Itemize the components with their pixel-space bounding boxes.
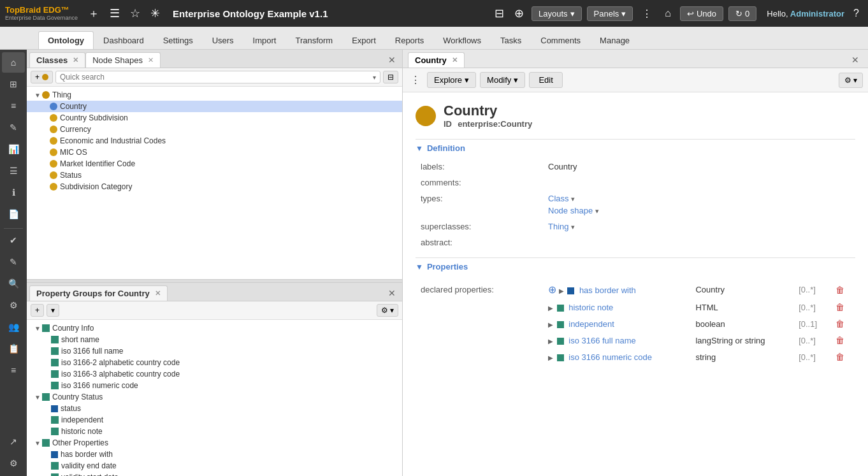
tab-workflows[interactable]: Workflows [433, 31, 491, 49]
thing-toggle[interactable]: ▼ [34, 92, 42, 99]
tree-item-iso-3166-2[interactable]: iso 3166-2 alphabetic country code [27, 357, 402, 368]
sidebar-icon-share[interactable]: ↗ [2, 431, 25, 452]
tree-item-iso-3166-num[interactable]: iso 3166 numeric code [27, 380, 402, 391]
search-dropdown-btn[interactable]: ▾ [373, 74, 376, 81]
star-button[interactable]: ☆ [127, 5, 143, 22]
tree-item-status[interactable]: Status [27, 169, 402, 181]
undo-button[interactable]: ↩ Undo [680, 6, 723, 21]
other-props-toggle[interactable]: ▼ [34, 440, 42, 447]
add-button[interactable]: ＋ [85, 4, 102, 22]
pin-button[interactable]: ✳ [148, 5, 163, 22]
classes-tab[interactable]: Classes ✕ [29, 52, 85, 68]
expand-icon-5[interactable]: ▶ [548, 354, 553, 361]
tree-item-market-id[interactable]: Market Identifier Code [27, 158, 402, 169]
historic-note-delete[interactable]: 🗑 [835, 302, 844, 312]
sidebar-icon-users[interactable]: 👥 [2, 317, 25, 337]
sidebar-icon-grid[interactable]: ⊞ [2, 74, 25, 94]
right-kebab-button[interactable]: ⋮ [408, 73, 423, 87]
property-groups-tab[interactable]: Property Groups for Country ✕ [29, 285, 168, 301]
definition-section-header[interactable]: ▼ Definition [416, 139, 855, 157]
tree-item-country-status[interactable]: ▼ Country Status [27, 391, 402, 403]
thing-dropdown-arrow[interactable]: ▾ [571, 223, 575, 231]
country-info-toggle[interactable]: ▼ [34, 325, 42, 332]
class-link[interactable]: Class [548, 194, 569, 203]
tree-item-currency[interactable]: Currency [27, 124, 402, 135]
list-view-button[interactable]: ⊟ [492, 5, 507, 22]
tree-item-status-prop[interactable]: status [27, 403, 402, 414]
expand-icon-3[interactable]: ▶ [548, 321, 553, 328]
view-options-button[interactable]: ⊟ [383, 71, 398, 83]
property-groups-close[interactable]: ✕ [155, 289, 161, 298]
tab-users[interactable]: Users [203, 31, 243, 49]
add-declared-prop-button[interactable]: ⊕ [548, 284, 556, 296]
layouts-button[interactable]: Layouts ▾ [532, 6, 582, 21]
tab-transform[interactable]: Transform [286, 31, 342, 49]
independent-delete[interactable]: 🗑 [835, 319, 844, 329]
has-border-with-delete[interactable]: 🗑 [835, 285, 844, 295]
tree-item-thing[interactable]: ▼ Thing [27, 89, 402, 101]
menu-button[interactable]: ☰ [107, 5, 122, 22]
help-button[interactable]: ? [850, 6, 863, 20]
add-class-button[interactable]: + [31, 71, 53, 83]
sidebar-icon-tag[interactable]: ✎ [2, 252, 25, 272]
node-shape-link[interactable]: Node shape [548, 206, 593, 215]
expand-icon-1[interactable]: ▶ [559, 287, 564, 294]
sidebar-icon-checkmark[interactable]: ✔ [2, 230, 25, 250]
right-country-tab[interactable]: Country ✕ [408, 52, 465, 68]
classes-panel-close[interactable]: ✕ [384, 54, 400, 66]
tree-item-has-border-with[interactable]: has border with [27, 449, 402, 460]
sidebar-icon-settings-bottom[interactable]: ⚙ [2, 453, 25, 473]
right-panel-close[interactable]: ✕ [848, 54, 863, 66]
tree-item-iso-3166-3[interactable]: iso 3166-3 alphabetic country code [27, 368, 402, 380]
modify-button[interactable]: Modify ▾ [480, 72, 525, 88]
tree-item-iso-full[interactable]: iso 3166 full name [27, 345, 402, 357]
tree-item-independent[interactable]: independent [27, 414, 402, 426]
sidebar-icon-list2[interactable]: ≡ [2, 360, 25, 380]
sidebar-icon-filter[interactable]: ⚙ [2, 295, 25, 315]
independent-prop-link[interactable]: independent [568, 319, 614, 329]
home-button[interactable]: ⌂ [661, 6, 675, 20]
right-gear-button[interactable]: ⚙ ▾ [839, 73, 863, 88]
tree-item-micos[interactable]: MIC OS [27, 147, 402, 158]
property-group-dropdown[interactable]: ▾ [47, 304, 59, 317]
thing-link[interactable]: Thing [548, 222, 569, 231]
iso-full-delete[interactable]: 🗑 [835, 335, 844, 345]
sidebar-icon-list[interactable]: ☰ [2, 161, 25, 181]
tab-ontology[interactable]: Ontology [38, 31, 94, 49]
class-dropdown-arrow[interactable]: ▾ [571, 195, 575, 203]
right-country-tab-close[interactable]: ✕ [452, 56, 458, 64]
add-property-group-button[interactable]: + [31, 304, 44, 317]
panels-button[interactable]: Panels ▾ [587, 6, 633, 21]
sidebar-icon-home[interactable]: ⌂ [2, 52, 25, 73]
search-input[interactable] [60, 73, 373, 82]
tree-item-economic[interactable]: Economic and Industrial Codes [27, 135, 402, 147]
layers-button[interactable]: ⊕ [512, 5, 526, 22]
user-link[interactable]: Administrator [790, 9, 844, 18]
property-groups-panel-close[interactable]: ✕ [384, 287, 400, 299]
node-shapes-tab-close[interactable]: ✕ [148, 56, 154, 64]
tree-item-other-props[interactable]: ▼ Other Properties [27, 437, 402, 449]
tree-item-country[interactable]: Country [27, 101, 402, 112]
sidebar-icon-book[interactable]: 📋 [2, 338, 25, 359]
redo-button[interactable]: ↻ 0 [728, 6, 756, 21]
classes-tab-close[interactable]: ✕ [73, 56, 78, 64]
tab-export[interactable]: Export [342, 31, 386, 49]
tab-manage[interactable]: Manage [590, 31, 639, 49]
expand-icon-2[interactable]: ▶ [548, 305, 553, 312]
iso-num-delete[interactable]: 🗑 [835, 352, 844, 362]
country-status-toggle[interactable]: ▼ [34, 394, 42, 401]
iso-full-prop-link[interactable]: iso 3166 full name [568, 336, 636, 345]
has-border-with-link[interactable]: has border with [579, 285, 636, 295]
iso-num-prop-link[interactable]: iso 3166 numeric code [568, 352, 652, 362]
tree-item-country-subdivision[interactable]: Country Subdivision [27, 112, 402, 124]
tab-dashboard[interactable]: Dashboard [94, 31, 154, 49]
tree-item-validity-end[interactable]: validity end date [27, 460, 402, 472]
node-shapes-tab[interactable]: Node Shapes ✕ [85, 52, 161, 68]
sidebar-icon-doc[interactable]: 📄 [2, 204, 25, 224]
properties-section-header[interactable]: ▼ Properties [416, 257, 855, 275]
explore-button[interactable]: Explore ▾ [427, 72, 476, 88]
edit-button[interactable]: Edit [529, 72, 562, 88]
tree-item-subdivision-cat[interactable]: Subdivision Category [27, 181, 402, 192]
tree-item-short-name[interactable]: short name [27, 334, 402, 345]
sidebar-icon-edit[interactable]: ✎ [2, 117, 25, 138]
